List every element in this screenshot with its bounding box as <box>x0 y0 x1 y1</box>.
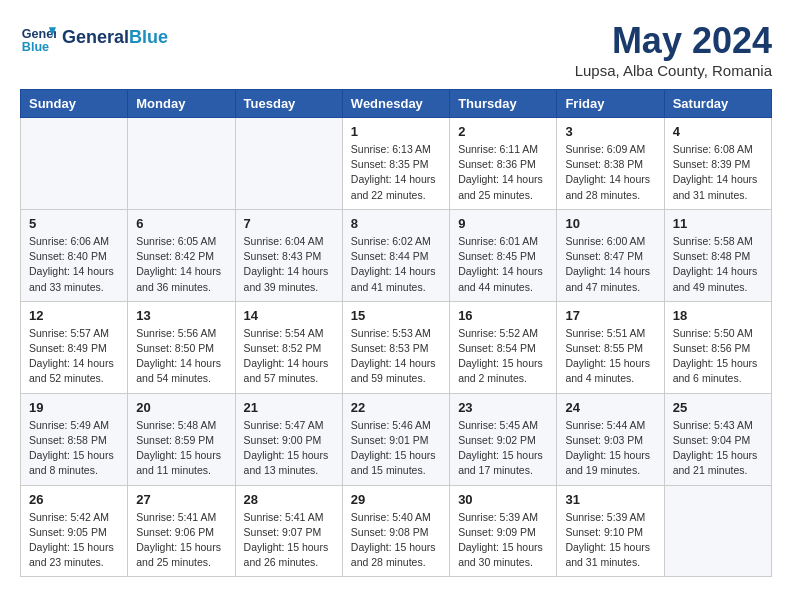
day-info: Sunrise: 5:57 AM Sunset: 8:49 PM Dayligh… <box>29 326 119 387</box>
logo-icon: General Blue <box>20 20 56 56</box>
day-number: 4 <box>673 124 763 139</box>
calendar-cell: 22Sunrise: 5:46 AM Sunset: 9:01 PM Dayli… <box>342 393 449 485</box>
calendar-cell: 4Sunrise: 6:08 AM Sunset: 8:39 PM Daylig… <box>664 118 771 210</box>
day-number: 21 <box>244 400 334 415</box>
header-thursday: Thursday <box>450 90 557 118</box>
calendar-week-row: 26Sunrise: 5:42 AM Sunset: 9:05 PM Dayli… <box>21 485 772 577</box>
day-info: Sunrise: 5:40 AM Sunset: 9:08 PM Dayligh… <box>351 510 441 571</box>
day-info: Sunrise: 5:43 AM Sunset: 9:04 PM Dayligh… <box>673 418 763 479</box>
calendar-cell: 1Sunrise: 6:13 AM Sunset: 8:35 PM Daylig… <box>342 118 449 210</box>
calendar-cell: 27Sunrise: 5:41 AM Sunset: 9:06 PM Dayli… <box>128 485 235 577</box>
day-info: Sunrise: 5:41 AM Sunset: 9:07 PM Dayligh… <box>244 510 334 571</box>
day-info: Sunrise: 5:39 AM Sunset: 9:10 PM Dayligh… <box>565 510 655 571</box>
calendar-cell <box>664 485 771 577</box>
calendar-cell: 2Sunrise: 6:11 AM Sunset: 8:36 PM Daylig… <box>450 118 557 210</box>
day-info: Sunrise: 5:51 AM Sunset: 8:55 PM Dayligh… <box>565 326 655 387</box>
calendar-cell: 18Sunrise: 5:50 AM Sunset: 8:56 PM Dayli… <box>664 301 771 393</box>
calendar-cell <box>21 118 128 210</box>
day-number: 6 <box>136 216 226 231</box>
day-info: Sunrise: 6:04 AM Sunset: 8:43 PM Dayligh… <box>244 234 334 295</box>
day-number: 22 <box>351 400 441 415</box>
day-number: 20 <box>136 400 226 415</box>
header: General Blue GeneralBlue May 2024 Lupsa,… <box>20 20 772 79</box>
calendar-cell: 29Sunrise: 5:40 AM Sunset: 9:08 PM Dayli… <box>342 485 449 577</box>
day-number: 2 <box>458 124 548 139</box>
calendar-cell <box>128 118 235 210</box>
calendar-table: SundayMondayTuesdayWednesdayThursdayFrid… <box>20 89 772 577</box>
day-info: Sunrise: 5:48 AM Sunset: 8:59 PM Dayligh… <box>136 418 226 479</box>
day-number: 9 <box>458 216 548 231</box>
header-sunday: Sunday <box>21 90 128 118</box>
calendar-cell: 5Sunrise: 6:06 AM Sunset: 8:40 PM Daylig… <box>21 209 128 301</box>
day-info: Sunrise: 6:01 AM Sunset: 8:45 PM Dayligh… <box>458 234 548 295</box>
title-area: May 2024 Lupsa, Alba County, Romania <box>575 20 772 79</box>
location-subtitle: Lupsa, Alba County, Romania <box>575 62 772 79</box>
calendar-cell: 26Sunrise: 5:42 AM Sunset: 9:05 PM Dayli… <box>21 485 128 577</box>
calendar-cell: 15Sunrise: 5:53 AM Sunset: 8:53 PM Dayli… <box>342 301 449 393</box>
logo: General Blue GeneralBlue <box>20 20 168 56</box>
day-number: 8 <box>351 216 441 231</box>
day-number: 26 <box>29 492 119 507</box>
calendar-cell: 19Sunrise: 5:49 AM Sunset: 8:58 PM Dayli… <box>21 393 128 485</box>
calendar-cell: 13Sunrise: 5:56 AM Sunset: 8:50 PM Dayli… <box>128 301 235 393</box>
calendar-cell: 3Sunrise: 6:09 AM Sunset: 8:38 PM Daylig… <box>557 118 664 210</box>
day-info: Sunrise: 5:49 AM Sunset: 8:58 PM Dayligh… <box>29 418 119 479</box>
day-info: Sunrise: 5:50 AM Sunset: 8:56 PM Dayligh… <box>673 326 763 387</box>
calendar-cell: 8Sunrise: 6:02 AM Sunset: 8:44 PM Daylig… <box>342 209 449 301</box>
header-tuesday: Tuesday <box>235 90 342 118</box>
day-info: Sunrise: 6:08 AM Sunset: 8:39 PM Dayligh… <box>673 142 763 203</box>
calendar-cell <box>235 118 342 210</box>
calendar-cell: 24Sunrise: 5:44 AM Sunset: 9:03 PM Dayli… <box>557 393 664 485</box>
day-number: 12 <box>29 308 119 323</box>
day-info: Sunrise: 6:06 AM Sunset: 8:40 PM Dayligh… <box>29 234 119 295</box>
day-info: Sunrise: 5:45 AM Sunset: 9:02 PM Dayligh… <box>458 418 548 479</box>
month-title: May 2024 <box>575 20 772 62</box>
calendar-week-row: 5Sunrise: 6:06 AM Sunset: 8:40 PM Daylig… <box>21 209 772 301</box>
calendar-cell: 11Sunrise: 5:58 AM Sunset: 8:48 PM Dayli… <box>664 209 771 301</box>
calendar-week-row: 19Sunrise: 5:49 AM Sunset: 8:58 PM Dayli… <box>21 393 772 485</box>
day-info: Sunrise: 5:47 AM Sunset: 9:00 PM Dayligh… <box>244 418 334 479</box>
day-number: 11 <box>673 216 763 231</box>
calendar-cell: 9Sunrise: 6:01 AM Sunset: 8:45 PM Daylig… <box>450 209 557 301</box>
calendar-cell: 7Sunrise: 6:04 AM Sunset: 8:43 PM Daylig… <box>235 209 342 301</box>
day-number: 10 <box>565 216 655 231</box>
calendar-cell: 16Sunrise: 5:52 AM Sunset: 8:54 PM Dayli… <box>450 301 557 393</box>
calendar-cell: 21Sunrise: 5:47 AM Sunset: 9:00 PM Dayli… <box>235 393 342 485</box>
day-number: 29 <box>351 492 441 507</box>
day-info: Sunrise: 5:39 AM Sunset: 9:09 PM Dayligh… <box>458 510 548 571</box>
header-friday: Friday <box>557 90 664 118</box>
calendar-cell: 14Sunrise: 5:54 AM Sunset: 8:52 PM Dayli… <box>235 301 342 393</box>
day-info: Sunrise: 5:46 AM Sunset: 9:01 PM Dayligh… <box>351 418 441 479</box>
day-number: 17 <box>565 308 655 323</box>
calendar-cell: 23Sunrise: 5:45 AM Sunset: 9:02 PM Dayli… <box>450 393 557 485</box>
calendar-cell: 25Sunrise: 5:43 AM Sunset: 9:04 PM Dayli… <box>664 393 771 485</box>
calendar-week-row: 1Sunrise: 6:13 AM Sunset: 8:35 PM Daylig… <box>21 118 772 210</box>
header-saturday: Saturday <box>664 90 771 118</box>
day-number: 31 <box>565 492 655 507</box>
day-info: Sunrise: 5:42 AM Sunset: 9:05 PM Dayligh… <box>29 510 119 571</box>
calendar-cell: 10Sunrise: 6:00 AM Sunset: 8:47 PM Dayli… <box>557 209 664 301</box>
day-number: 28 <box>244 492 334 507</box>
day-info: Sunrise: 6:11 AM Sunset: 8:36 PM Dayligh… <box>458 142 548 203</box>
day-info: Sunrise: 6:02 AM Sunset: 8:44 PM Dayligh… <box>351 234 441 295</box>
day-number: 18 <box>673 308 763 323</box>
day-number: 15 <box>351 308 441 323</box>
calendar-cell: 28Sunrise: 5:41 AM Sunset: 9:07 PM Dayli… <box>235 485 342 577</box>
day-info: Sunrise: 6:09 AM Sunset: 8:38 PM Dayligh… <box>565 142 655 203</box>
day-info: Sunrise: 5:41 AM Sunset: 9:06 PM Dayligh… <box>136 510 226 571</box>
day-number: 14 <box>244 308 334 323</box>
day-number: 16 <box>458 308 548 323</box>
calendar-cell: 12Sunrise: 5:57 AM Sunset: 8:49 PM Dayli… <box>21 301 128 393</box>
calendar-cell: 20Sunrise: 5:48 AM Sunset: 8:59 PM Dayli… <box>128 393 235 485</box>
header-monday: Monday <box>128 90 235 118</box>
day-number: 5 <box>29 216 119 231</box>
day-info: Sunrise: 5:52 AM Sunset: 8:54 PM Dayligh… <box>458 326 548 387</box>
calendar-cell: 30Sunrise: 5:39 AM Sunset: 9:09 PM Dayli… <box>450 485 557 577</box>
day-number: 7 <box>244 216 334 231</box>
calendar-header-row: SundayMondayTuesdayWednesdayThursdayFrid… <box>21 90 772 118</box>
day-info: Sunrise: 6:00 AM Sunset: 8:47 PM Dayligh… <box>565 234 655 295</box>
calendar-week-row: 12Sunrise: 5:57 AM Sunset: 8:49 PM Dayli… <box>21 301 772 393</box>
day-info: Sunrise: 5:54 AM Sunset: 8:52 PM Dayligh… <box>244 326 334 387</box>
day-info: Sunrise: 6:05 AM Sunset: 8:42 PM Dayligh… <box>136 234 226 295</box>
day-number: 1 <box>351 124 441 139</box>
